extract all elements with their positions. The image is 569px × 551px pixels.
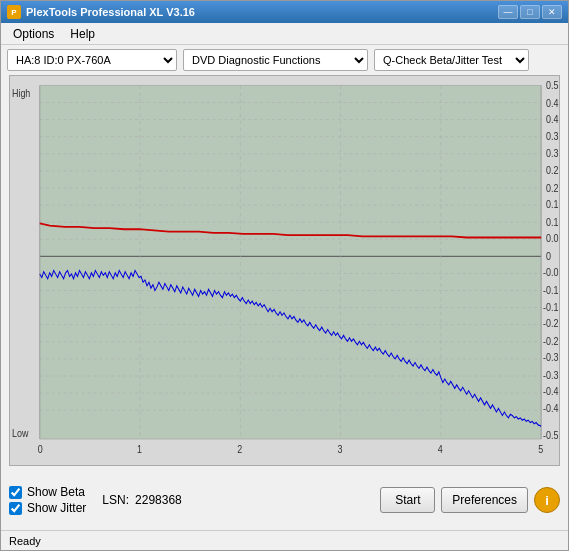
show-beta-row: Show Beta — [9, 485, 86, 499]
status-text: Ready — [9, 535, 41, 547]
bottom-bar: Show Beta Show Jitter LSN: 2298368 Start… — [1, 470, 568, 530]
show-jitter-row: Show Jitter — [9, 501, 86, 515]
svg-text:0: 0 — [546, 250, 551, 262]
svg-text:-0.25: -0.25 — [543, 335, 559, 347]
svg-text:0.3: 0.3 — [546, 148, 559, 160]
svg-text:0.2: 0.2 — [546, 182, 558, 194]
svg-text:5: 5 — [538, 443, 543, 455]
show-jitter-label: Show Jitter — [27, 501, 86, 515]
toolbar: HA:8 ID:0 PX-760A DVD Diagnostic Functio… — [1, 45, 568, 75]
svg-text:4: 4 — [438, 443, 443, 455]
svg-text:-0.4: -0.4 — [543, 386, 559, 398]
close-button[interactable]: ✕ — [542, 5, 562, 19]
svg-text:0.4: 0.4 — [546, 113, 559, 125]
status-bar: Ready — [1, 530, 568, 550]
function-select[interactable]: DVD Diagnostic Functions — [183, 49, 368, 71]
svg-text:-0.45: -0.45 — [543, 402, 559, 414]
window-title: PlexTools Professional XL V3.16 — [26, 6, 498, 18]
title-buttons: — □ ✕ — [498, 5, 562, 19]
svg-text:-0.35: -0.35 — [543, 369, 559, 381]
menu-bar: Options Help — [1, 23, 568, 45]
drive-select[interactable]: HA:8 ID:0 PX-760A — [7, 49, 177, 71]
lsn-area: LSN: 2298368 — [102, 493, 181, 507]
svg-text:0.1: 0.1 — [546, 216, 558, 228]
svg-text:2: 2 — [237, 443, 242, 455]
menu-options[interactable]: Options — [5, 25, 62, 43]
preferences-button[interactable]: Preferences — [441, 487, 528, 513]
svg-text:0.25: 0.25 — [546, 164, 559, 176]
svg-text:3: 3 — [338, 443, 343, 455]
svg-text:1: 1 — [137, 443, 142, 455]
lsn-value: 2298368 — [135, 493, 182, 507]
checkboxes-area: Show Beta Show Jitter — [9, 485, 86, 515]
maximize-button[interactable]: □ — [520, 5, 540, 19]
start-button[interactable]: Start — [380, 487, 435, 513]
svg-text:-0.2: -0.2 — [543, 317, 558, 329]
show-jitter-checkbox[interactable] — [9, 502, 22, 515]
svg-text:0.35: 0.35 — [546, 130, 559, 142]
svg-text:High: High — [12, 87, 30, 99]
svg-text:-0.1: -0.1 — [543, 284, 558, 296]
svg-text:0.15: 0.15 — [546, 198, 559, 210]
svg-rect-1 — [40, 85, 541, 439]
show-beta-checkbox[interactable] — [9, 486, 22, 499]
chart-area: 0.5 0.45 0.4 0.35 0.3 0.25 0.2 0.15 0.1 … — [9, 75, 560, 466]
minimize-button[interactable]: — — [498, 5, 518, 19]
test-select[interactable]: Q-Check Beta/Jitter Test — [374, 49, 529, 71]
app-icon: P — [7, 5, 21, 19]
svg-text:0.5: 0.5 — [546, 79, 559, 91]
info-button[interactable]: i — [534, 487, 560, 513]
chart-svg: 0.5 0.45 0.4 0.35 0.3 0.25 0.2 0.15 0.1 … — [10, 76, 559, 465]
svg-text:Low: Low — [12, 427, 29, 439]
svg-text:-0.15: -0.15 — [543, 301, 559, 313]
svg-text:-0.3: -0.3 — [543, 352, 559, 364]
show-beta-label: Show Beta — [27, 485, 85, 499]
svg-text:-0.05: -0.05 — [543, 267, 559, 279]
lsn-label: LSN: — [102, 493, 129, 507]
right-buttons-area: Start Preferences i — [380, 487, 560, 513]
title-bar: P PlexTools Professional XL V3.16 — □ ✕ — [1, 1, 568, 23]
svg-text:0.05: 0.05 — [546, 232, 559, 244]
svg-text:0: 0 — [38, 443, 43, 455]
menu-help[interactable]: Help — [62, 25, 103, 43]
svg-text:0.45: 0.45 — [546, 97, 559, 109]
main-window: P PlexTools Professional XL V3.16 — □ ✕ … — [0, 0, 569, 551]
svg-text:-0.5: -0.5 — [543, 429, 559, 441]
